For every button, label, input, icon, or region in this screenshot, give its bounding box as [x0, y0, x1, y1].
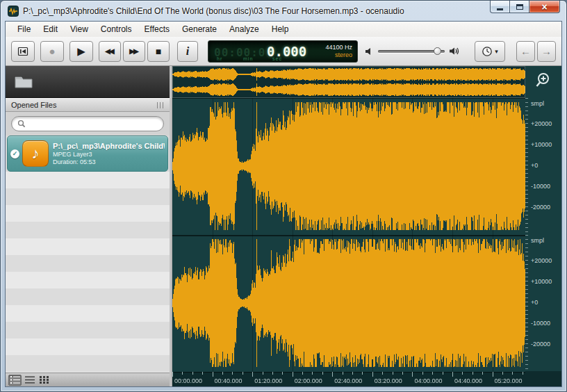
- minimize-icon: [497, 8, 503, 10]
- amplitude-ruler[interactable]: smpl +20000 +10000 +0 -10000 -20000 smpl…: [525, 66, 561, 386]
- timeline-label: 04:00.000: [414, 377, 442, 384]
- ruler-label: +20000: [531, 120, 552, 127]
- menu-effects[interactable]: Effects: [138, 22, 176, 36]
- skip-to-start-button[interactable]: [11, 41, 35, 62]
- info-icon: i: [186, 45, 189, 58]
- history-forward-button[interactable]: →: [537, 41, 556, 62]
- menubar: File Edit View Controls Effects Generate…: [6, 22, 561, 37]
- menu-file[interactable]: File: [11, 22, 37, 36]
- titlebar[interactable]: P:\_pc\_mp3\Aphrodite's Child\End Of The…: [1, 1, 566, 22]
- menu-controls[interactable]: Controls: [94, 22, 138, 36]
- app-window: P:\_pc\_mp3\Aphrodite's Child\End Of The…: [0, 0, 567, 392]
- timeline[interactable]: 00:00.000 00:40.000 01:20.000 02:00.000 …: [172, 371, 525, 386]
- transport-toolbar: ● ▶ ◀◀ ▶▶ ■ i 00:00:0 0.000: [6, 37, 561, 66]
- timeline-label: 01:20.000: [254, 377, 282, 384]
- window-title: P:\_pc\_mp3\Aphrodite's Child\End Of The…: [23, 6, 404, 16]
- search-icon: [17, 120, 26, 128]
- ruler-label: -10000: [531, 183, 550, 190]
- menu-help[interactable]: Help: [265, 22, 295, 36]
- ruler-label: +0: [531, 162, 538, 169]
- file-details: P:\_pc\_mp3\Aphrodite's Child\End ... MP…: [53, 141, 165, 166]
- ruler-label: -20000: [531, 204, 550, 211]
- view-grid-button[interactable]: [38, 375, 51, 386]
- file-name: P:\_pc\_mp3\Aphrodite's Child\End ...: [53, 141, 165, 151]
- ruler-label: +20000: [531, 257, 552, 264]
- app-client-area: File Edit View Controls Effects Generate…: [5, 21, 562, 387]
- rewind-button[interactable]: ◀◀: [99, 41, 121, 62]
- skip-to-start-icon: [17, 46, 28, 57]
- sample-rate-label: 44100 Hz: [325, 44, 352, 51]
- unit-hr: hr: [217, 56, 222, 61]
- ruler-unit-label: smpl: [531, 237, 544, 244]
- panel-grip-icon[interactable]: [157, 102, 165, 108]
- rewind-icon: ◀◀: [105, 47, 114, 55]
- close-button[interactable]: ×: [529, 1, 560, 13]
- ruler-timeline-corner: [525, 371, 561, 386]
- channel-mode-label: stereo: [325, 51, 352, 59]
- volume-control: [365, 47, 460, 56]
- ruler-ticks: [525, 98, 528, 235]
- menu-view[interactable]: View: [64, 22, 94, 36]
- minimize-button[interactable]: [490, 1, 510, 13]
- file-format: MPEG Layer3: [53, 151, 165, 158]
- play-icon: ▶: [77, 46, 85, 56]
- fast-forward-button[interactable]: ▶▶: [123, 41, 145, 62]
- play-button[interactable]: ▶: [69, 41, 93, 62]
- maximize-icon: [516, 4, 523, 10]
- ruler-label: +10000: [531, 278, 552, 285]
- search-bar: [6, 112, 170, 136]
- ruler-unit-label: smpl: [531, 100, 544, 107]
- panel-title-bar[interactable]: Opened Files: [6, 98, 170, 112]
- ruler-channel-1: smpl +20000 +10000 +0 -10000 -20000: [525, 98, 561, 235]
- volume-slider[interactable]: [378, 50, 445, 53]
- clock-icon: [482, 46, 493, 57]
- menu-edit[interactable]: Edit: [37, 22, 64, 36]
- file-duration: Duration: 05:53: [53, 158, 165, 166]
- ruler-label: -20000: [531, 341, 550, 348]
- record-icon: ●: [49, 46, 55, 56]
- view-compact-list-button[interactable]: [23, 375, 36, 386]
- file-selected-check-icon[interactable]: ✓: [10, 149, 19, 158]
- time-format-button[interactable]: ▾: [475, 41, 505, 62]
- menu-generate[interactable]: Generate: [176, 22, 223, 36]
- folder-icon: [14, 74, 33, 90]
- window-controls: ×: [490, 1, 560, 13]
- menu-analyze[interactable]: Analyze: [223, 22, 265, 36]
- history-back-button[interactable]: ←: [516, 41, 535, 62]
- files-sidebar: Opened Files ✓ ♪ P:: [6, 66, 170, 386]
- record-button[interactable]: ●: [40, 41, 64, 62]
- timeline-label: 00:40.000: [215, 377, 243, 384]
- main-area: Opened Files ✓ ♪ P:: [6, 66, 561, 386]
- opened-file-item[interactable]: ✓ ♪ P:\_pc\_mp3\Aphrodite's Child\End ..…: [7, 136, 168, 172]
- file-list-empty-rows[interactable]: [6, 172, 170, 373]
- volume-low-icon: [365, 47, 374, 56]
- maximize-button[interactable]: [510, 1, 529, 13]
- timeline-label: 05:20.000: [495, 377, 523, 384]
- timeline-label: 02:00.000: [295, 377, 322, 384]
- fast-forward-icon: ▶▶: [129, 47, 138, 55]
- forward-arrow-icon: →: [541, 45, 552, 57]
- app-icon: [8, 6, 19, 17]
- timeline-label: 04:40.000: [454, 377, 482, 384]
- view-detailed-list-button[interactable]: [8, 375, 22, 386]
- waveform-view: 00:00.000 00:40.000 01:20.000 02:00.000 …: [172, 66, 525, 386]
- volume-high-icon: [449, 47, 460, 56]
- search-field[interactable]: [11, 116, 164, 131]
- timeline-label: 00:00.000: [174, 377, 202, 384]
- ruler-label: +10000: [531, 141, 552, 148]
- close-icon: ×: [541, 1, 547, 13]
- info-button[interactable]: i: [177, 41, 198, 62]
- stream-info: 44100 Hz stereo: [325, 44, 352, 59]
- unit-sec: sec: [272, 56, 282, 61]
- panel-title: Opened Files: [11, 101, 56, 109]
- search-input[interactable]: [28, 117, 163, 130]
- back-arrow-icon: ←: [520, 45, 531, 57]
- waveform-canvas[interactable]: [172, 66, 525, 387]
- stop-icon: ■: [156, 47, 161, 56]
- zoom-in-icon[interactable]: [534, 72, 552, 90]
- stop-button[interactable]: ■: [147, 41, 170, 62]
- grid-icon: [40, 376, 49, 384]
- list-view-toolbar: [6, 373, 170, 386]
- volume-slider-thumb[interactable]: [434, 47, 441, 55]
- ruler-label: +0: [531, 299, 538, 306]
